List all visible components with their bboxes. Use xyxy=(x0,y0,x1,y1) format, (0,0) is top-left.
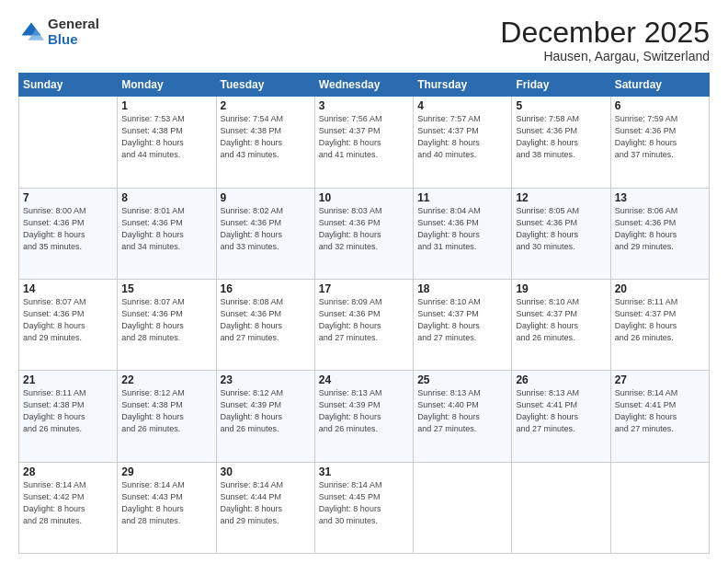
calendar-week-row: 28Sunrise: 8:14 AM Sunset: 4:42 PM Dayli… xyxy=(19,462,710,553)
calendar-cell: 9Sunrise: 8:02 AM Sunset: 4:36 PM Daylig… xyxy=(216,188,314,279)
day-number: 13 xyxy=(615,191,705,204)
calendar-cell: 30Sunrise: 8:14 AM Sunset: 4:44 PM Dayli… xyxy=(216,462,314,553)
day-info: Sunrise: 8:14 AM Sunset: 4:45 PM Dayligh… xyxy=(319,479,409,527)
day-number: 2 xyxy=(221,99,311,112)
day-number: 5 xyxy=(516,99,606,112)
calendar-cell: 26Sunrise: 8:13 AM Sunset: 4:41 PM Dayli… xyxy=(512,371,610,462)
day-header-sunday: Sunday xyxy=(19,74,118,97)
calendar-cell: 16Sunrise: 8:08 AM Sunset: 4:36 PM Dayli… xyxy=(216,279,314,370)
day-info: Sunrise: 8:04 AM Sunset: 4:36 PM Dayligh… xyxy=(417,205,507,253)
day-info: Sunrise: 8:11 AM Sunset: 4:38 PM Dayligh… xyxy=(23,387,113,435)
day-number: 16 xyxy=(221,282,311,295)
calendar-cell: 23Sunrise: 8:12 AM Sunset: 4:39 PM Dayli… xyxy=(216,371,314,462)
day-number: 8 xyxy=(121,191,211,204)
calendar-cell: 3Sunrise: 7:56 AM Sunset: 4:37 PM Daylig… xyxy=(314,97,413,188)
day-info: Sunrise: 8:12 AM Sunset: 4:38 PM Dayligh… xyxy=(121,387,211,435)
day-info: Sunrise: 7:59 AM Sunset: 4:36 PM Dayligh… xyxy=(615,113,705,161)
day-info: Sunrise: 8:01 AM Sunset: 4:36 PM Dayligh… xyxy=(121,205,211,253)
logo-general: General xyxy=(48,17,99,32)
calendar-cell: 17Sunrise: 8:09 AM Sunset: 4:36 PM Dayli… xyxy=(314,279,413,370)
calendar-cell: 27Sunrise: 8:14 AM Sunset: 4:41 PM Dayli… xyxy=(610,371,709,462)
day-number: 24 xyxy=(319,373,409,386)
day-number: 26 xyxy=(516,373,606,386)
header: General Blue December 2025 Hausen, Aarga… xyxy=(18,17,710,63)
calendar-cell: 15Sunrise: 8:07 AM Sunset: 4:36 PM Dayli… xyxy=(118,279,216,370)
day-info: Sunrise: 8:07 AM Sunset: 4:36 PM Dayligh… xyxy=(121,296,211,344)
day-header-thursday: Thursday xyxy=(414,74,512,97)
calendar-cell: 21Sunrise: 8:11 AM Sunset: 4:38 PM Dayli… xyxy=(19,371,118,462)
calendar-table: SundayMondayTuesdayWednesdayThursdayFrid… xyxy=(18,73,710,554)
calendar-cell: 25Sunrise: 8:13 AM Sunset: 4:40 PM Dayli… xyxy=(414,371,512,462)
calendar-cell: 14Sunrise: 8:07 AM Sunset: 4:36 PM Dayli… xyxy=(19,279,118,370)
day-number: 31 xyxy=(319,465,409,478)
day-info: Sunrise: 8:14 AM Sunset: 4:43 PM Dayligh… xyxy=(121,479,211,527)
calendar-cell: 5Sunrise: 7:58 AM Sunset: 4:36 PM Daylig… xyxy=(512,97,610,188)
day-number: 3 xyxy=(319,99,409,112)
day-info: Sunrise: 7:54 AM Sunset: 4:38 PM Dayligh… xyxy=(221,113,311,161)
calendar-cell: 31Sunrise: 8:14 AM Sunset: 4:45 PM Dayli… xyxy=(314,462,413,553)
calendar-cell: 6Sunrise: 7:59 AM Sunset: 4:36 PM Daylig… xyxy=(610,97,709,188)
day-info: Sunrise: 8:14 AM Sunset: 4:41 PM Dayligh… xyxy=(615,387,705,435)
calendar-cell: 22Sunrise: 8:12 AM Sunset: 4:38 PM Dayli… xyxy=(118,371,216,462)
month-title: December 2025 xyxy=(500,17,710,49)
calendar-cell: 12Sunrise: 8:05 AM Sunset: 4:36 PM Dayli… xyxy=(512,188,610,279)
day-header-tuesday: Tuesday xyxy=(216,74,314,97)
day-number: 15 xyxy=(121,282,211,295)
day-info: Sunrise: 8:13 AM Sunset: 4:39 PM Dayligh… xyxy=(319,387,409,435)
day-info: Sunrise: 8:05 AM Sunset: 4:36 PM Dayligh… xyxy=(516,205,606,253)
day-number: 12 xyxy=(516,191,606,204)
logo-blue: Blue xyxy=(48,32,99,48)
calendar-cell: 13Sunrise: 8:06 AM Sunset: 4:36 PM Dayli… xyxy=(610,188,709,279)
day-info: Sunrise: 8:13 AM Sunset: 4:40 PM Dayligh… xyxy=(417,387,507,435)
calendar-cell: 11Sunrise: 8:04 AM Sunset: 4:36 PM Dayli… xyxy=(414,188,512,279)
day-number: 27 xyxy=(615,373,705,386)
day-info: Sunrise: 7:58 AM Sunset: 4:36 PM Dayligh… xyxy=(516,113,606,161)
day-info: Sunrise: 8:08 AM Sunset: 4:36 PM Dayligh… xyxy=(221,296,311,344)
page: General Blue December 2025 Hausen, Aarga… xyxy=(0,0,728,563)
day-info: Sunrise: 8:13 AM Sunset: 4:41 PM Dayligh… xyxy=(516,387,606,435)
day-info: Sunrise: 8:09 AM Sunset: 4:36 PM Dayligh… xyxy=(319,296,409,344)
day-header-monday: Monday xyxy=(118,74,216,97)
calendar-cell xyxy=(414,462,512,553)
day-number: 6 xyxy=(615,99,705,112)
day-header-saturday: Saturday xyxy=(610,74,709,97)
day-info: Sunrise: 8:11 AM Sunset: 4:37 PM Dayligh… xyxy=(615,296,705,344)
calendar-cell: 28Sunrise: 8:14 AM Sunset: 4:42 PM Dayli… xyxy=(19,462,118,553)
day-info: Sunrise: 7:53 AM Sunset: 4:38 PM Dayligh… xyxy=(121,113,211,161)
day-info: Sunrise: 8:03 AM Sunset: 4:36 PM Dayligh… xyxy=(319,205,409,253)
calendar-cell: 19Sunrise: 8:10 AM Sunset: 4:37 PM Dayli… xyxy=(512,279,610,370)
logo-icon xyxy=(18,19,44,45)
calendar-cell: 29Sunrise: 8:14 AM Sunset: 4:43 PM Dayli… xyxy=(118,462,216,553)
day-number: 25 xyxy=(417,373,507,386)
day-info: Sunrise: 8:12 AM Sunset: 4:39 PM Dayligh… xyxy=(221,387,311,435)
day-info: Sunrise: 8:06 AM Sunset: 4:36 PM Dayligh… xyxy=(615,205,705,253)
location: Hausen, Aargau, Switzerland xyxy=(500,49,710,63)
day-number: 10 xyxy=(319,191,409,204)
day-info: Sunrise: 7:56 AM Sunset: 4:37 PM Dayligh… xyxy=(319,113,409,161)
day-number: 23 xyxy=(221,373,311,386)
day-number: 19 xyxy=(516,282,606,295)
calendar-cell: 24Sunrise: 8:13 AM Sunset: 4:39 PM Dayli… xyxy=(314,371,413,462)
day-info: Sunrise: 8:10 AM Sunset: 4:37 PM Dayligh… xyxy=(516,296,606,344)
logo: General Blue xyxy=(18,17,99,47)
day-header-wednesday: Wednesday xyxy=(314,74,413,97)
calendar-cell: 4Sunrise: 7:57 AM Sunset: 4:37 PM Daylig… xyxy=(414,97,512,188)
day-number: 20 xyxy=(615,282,705,295)
calendar-cell: 18Sunrise: 8:10 AM Sunset: 4:37 PM Dayli… xyxy=(414,279,512,370)
day-info: Sunrise: 8:10 AM Sunset: 4:37 PM Dayligh… xyxy=(417,296,507,344)
day-number: 7 xyxy=(23,191,113,204)
day-number: 9 xyxy=(221,191,311,204)
day-info: Sunrise: 8:02 AM Sunset: 4:36 PM Dayligh… xyxy=(221,205,311,253)
calendar-cell: 2Sunrise: 7:54 AM Sunset: 4:38 PM Daylig… xyxy=(216,97,314,188)
day-info: Sunrise: 8:07 AM Sunset: 4:36 PM Dayligh… xyxy=(23,296,113,344)
calendar-week-row: 14Sunrise: 8:07 AM Sunset: 4:36 PM Dayli… xyxy=(19,279,710,370)
day-header-friday: Friday xyxy=(512,74,610,97)
calendar-cell: 7Sunrise: 8:00 AM Sunset: 4:36 PM Daylig… xyxy=(19,188,118,279)
day-number: 1 xyxy=(121,99,211,112)
day-number: 17 xyxy=(319,282,409,295)
calendar-week-row: 7Sunrise: 8:00 AM Sunset: 4:36 PM Daylig… xyxy=(19,188,710,279)
day-number: 22 xyxy=(121,373,211,386)
calendar-cell xyxy=(610,462,709,553)
day-number: 14 xyxy=(23,282,113,295)
day-number: 28 xyxy=(23,465,113,478)
